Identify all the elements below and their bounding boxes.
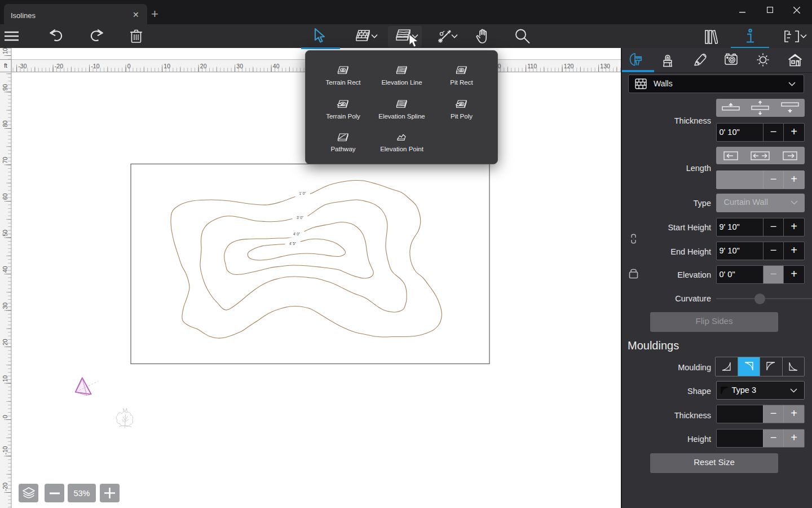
svg-text:90: 90 (2, 84, 8, 91)
svg-text:4' 0": 4' 0" (293, 232, 300, 236)
svg-text:-20: -20 (2, 483, 8, 491)
svg-text:10: 10 (2, 375, 8, 382)
svg-text:40: 40 (2, 266, 8, 273)
svg-text:20: 20 (200, 63, 207, 69)
svg-text:0: 0 (2, 415, 8, 418)
svg-text:70: 70 (2, 157, 8, 164)
svg-text:-20: -20 (55, 63, 63, 69)
svg-text:80: 80 (2, 120, 8, 127)
svg-text:ft: ft (4, 63, 7, 69)
svg-text:60: 60 (2, 193, 8, 200)
svg-text:130: 130 (600, 63, 610, 69)
svg-text:0: 0 (127, 63, 131, 69)
svg-text:50: 50 (2, 230, 8, 237)
svg-text:30: 30 (236, 63, 243, 69)
svg-text:110: 110 (527, 63, 537, 69)
svg-text:3' 0": 3' 0" (297, 216, 303, 220)
svg-text:-30: -30 (18, 63, 27, 69)
svg-text:1' 0": 1' 0" (299, 191, 306, 195)
svg-text:100: 100 (2, 48, 8, 54)
svg-text:10: 10 (164, 63, 170, 69)
svg-text:40: 40 (273, 63, 280, 69)
svg-text:-10: -10 (2, 446, 8, 454)
svg-text:120: 120 (564, 63, 574, 69)
svg-text:4' 5": 4' 5" (289, 242, 296, 246)
svg-text:20: 20 (2, 339, 8, 345)
svg-text:-10: -10 (91, 63, 99, 69)
svg-text:30: 30 (2, 303, 8, 309)
